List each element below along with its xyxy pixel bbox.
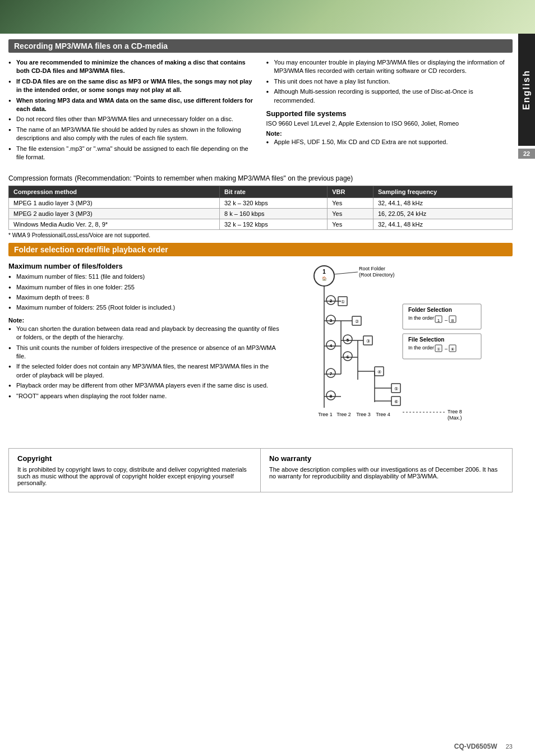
col-header-method: Compression method [9,186,220,198]
bullet-4: Do not record files other than MP3/WMA f… [8,115,255,123]
cell-sampling-2: 16, 22.05, 24 kHz [373,209,512,219]
cell-method-3: Windows Media Audio Ver. 2, 8, 9* [9,219,220,230]
max-bullet-3: Maximum depth of trees: 8 [8,293,279,302]
folder-diagram: 1 🏠 Root Folder (Root Directory) ① 2 3 [290,262,513,437]
recording-col-left: You are recommended to minimize the chan… [8,58,255,166]
language-label: English [518,34,535,146]
recording-col-right: You may encounter trouble in playing MP3… [266,58,513,166]
warranty-text: The above description complies with our … [269,466,504,480]
warranty-section: No warranty The above description compli… [261,449,512,492]
cell-bitrate-3: 32 k – 192 kbps [220,219,328,230]
cell-bitrate-2: 8 k – 160 kbps [220,209,328,219]
svg-text:(Max.): (Max.) [448,415,462,421]
max-bullet-2: Maximum number of files in one folder: 2… [8,283,279,292]
note-label: Note: [266,130,513,137]
page-footer: CQ-VD6505W 23 [454,743,513,750]
recording-bullets-left: You are recommended to minimize the chan… [8,58,255,162]
table-row: MPEG 2 audio layer 3 (MP3) 8 k – 160 kbp… [9,209,513,219]
svg-text:①: ① [437,347,440,351]
copyright-title: Copyright [17,454,252,463]
bullet-2: If CD-DA files are on the same disc as M… [8,77,255,95]
svg-text:–: – [445,317,448,323]
svg-text:5: 5 [347,338,349,343]
svg-text:④: ④ [377,370,381,375]
svg-text:8: 8 [330,394,333,399]
compression-subtitle: (Recommendation: "Points to remember whe… [75,174,353,182]
folder-note-label: Note: [8,317,279,324]
folder-note-4: Playback order may be different from oth… [8,381,279,390]
folder-note-bullets: You can shorten the duration between dat… [8,325,279,400]
svg-text:3: 3 [330,318,333,323]
svg-text:⑤: ⑤ [394,386,398,391]
max-bullets: Maximum number of files: 511 (file and f… [8,273,279,312]
bullet-r3: Although Multi-session recording is supp… [266,87,513,105]
svg-text:1: 1 [323,269,326,275]
cell-vbr-1: Yes [328,198,373,209]
col-header-bitrate: Bit rate [220,186,328,198]
compression-table: Compression method Bit rate VBR Sampling… [8,186,513,230]
svg-text:6: 6 [347,354,349,359]
svg-text:Tree 3: Tree 3 [357,412,371,417]
recording-two-col: You are recommended to minimize the chan… [8,58,513,166]
svg-text:File Selection: File Selection [408,336,444,343]
tree-diagram-svg: 1 🏠 Root Folder (Root Directory) ① 2 3 [290,262,492,436]
svg-text:Root Folder: Root Folder [359,266,385,271]
svg-text:(Root Directory): (Root Directory) [359,272,395,278]
bullet-1: You are recommended to minimize the chan… [8,58,255,76]
svg-text:③: ③ [366,339,370,344]
svg-text:⑥: ⑥ [394,399,398,404]
svg-text:Folder Selection: Folder Selection [408,307,452,313]
brand-label: CQ-VD6505W [454,743,497,750]
note-bullets: Apple HFS, UDF 1.50, Mix CD and CD Extra… [266,138,513,146]
folder-note-5: "ROOT" appears when displaying the root … [8,392,279,400]
cell-sampling-1: 32, 44.1, 48 kHz [373,198,512,209]
folder-text-col: Maximum number of files/folders Maximum … [8,262,279,437]
cell-method-1: MPEG 1 audio layer 3 (MP3) [9,198,220,209]
bottom-box: Copyright It is prohibited by copyright … [8,448,513,492]
bullet-r2: This unit does not have a play list func… [266,77,513,86]
cell-sampling-3: 32, 44.1, 48 kHz [373,219,512,230]
bullet-6: The file extension ".mp3" or ".wma" shou… [8,145,255,162]
recording-section-header: Recording MP3/WMA files on a CD-media [8,39,513,53]
supported-title: Supported file systems [266,109,513,118]
cell-method-2: MPEG 2 audio layer 3 (MP3) [9,209,220,219]
folder-note-1: You can shorten the duration between dat… [8,325,279,342]
table-footnote: * WMA 9 Professional/LossLess/Voice are … [8,232,513,238]
svg-text:🏠: 🏠 [322,276,327,281]
svg-text:–: – [445,346,448,352]
col-header-sampling: Sampling frequency [373,186,512,198]
copyright-text: It is prohibited by copyright laws to co… [17,466,252,486]
svg-text:2: 2 [330,298,333,303]
folder-section-header: Folder selection order/file playback ord… [8,243,513,256]
compression-title: Compression formats (Recommendation: "Po… [8,173,513,182]
max-bullet-1: Maximum number of files: 511 (file and f… [8,273,279,281]
table-row: MPEG 1 audio layer 3 (MP3) 32 k – 320 kb… [9,198,513,209]
svg-text:7: 7 [330,371,333,376]
copyright-section: Copyright It is prohibited by copyright … [9,449,261,492]
bullet-r1: You may encounter trouble in playing MP3… [266,58,513,76]
svg-text:8: 8 [451,318,454,323]
svg-text:Tree 1: Tree 1 [319,412,333,417]
table-row: Windows Media Audio Ver. 2, 8, 9* 32 k –… [9,219,513,230]
page-number-bottom: 23 [506,743,513,750]
max-files-title: Maximum number of files/folders [8,262,279,270]
supported-text: ISO 9660 Level 1/Level 2, Apple Extensio… [266,120,513,127]
svg-text:Tree 2: Tree 2 [337,412,352,417]
bullet-3: When storing MP3 data and WMA data on th… [8,96,255,114]
svg-text:Tree 8: Tree 8 [448,409,462,414]
cell-bitrate-1: 32 k – 320 kbps [220,198,328,209]
max-bullet-4: Maximum number of folders: 255 (Root fol… [8,303,279,312]
folder-section-content: Maximum number of files/folders Maximum … [8,262,513,437]
svg-text:1: 1 [437,318,440,323]
bullet-5: The name of an MP3/WMA file should be ad… [8,126,255,143]
warranty-title: No warranty [269,454,504,463]
note-bullet-1: Apple HFS, UDF 1.50, Mix CD and CD Extra… [266,138,513,146]
svg-text:In the order: In the order [408,315,434,321]
page-number-top: 22 [518,149,535,159]
svg-text:In the order: In the order [408,345,434,351]
svg-text:①: ① [341,299,345,305]
top-banner [0,0,535,34]
cell-vbr-2: Yes [328,209,373,219]
svg-line-3 [334,272,358,274]
cell-vbr-3: Yes [328,219,373,230]
